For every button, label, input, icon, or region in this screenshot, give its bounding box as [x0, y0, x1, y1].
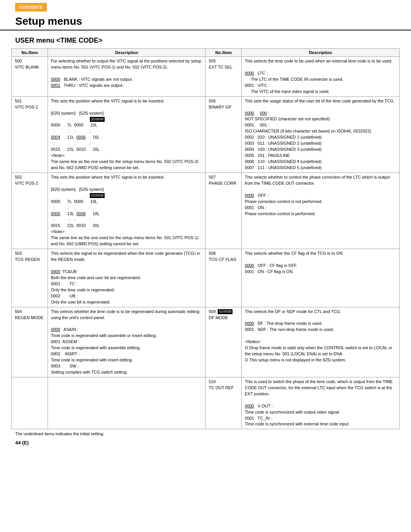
value-0001: 0001: [51, 83, 60, 88]
item-number: 501: [15, 98, 45, 104]
page-title: Setup menus: [0, 11, 411, 30]
item-501: 501 VITC POS-1: [12, 96, 48, 173]
col1-header: No./Item: [12, 49, 48, 57]
item-name: VITC POS-2: [15, 181, 45, 187]
value-0000: 0000: [245, 404, 254, 408]
col4-header: Description: [242, 49, 400, 57]
item-510: 510 TC OUT REF: [206, 377, 242, 429]
footer-note: The underlined items indicates the initi…: [0, 429, 411, 438]
contents-tab[interactable]: CONTENTS: [15, 3, 47, 11]
item-506: 506 BINARY GP: [206, 96, 242, 173]
item-number: 502: [15, 174, 45, 181]
value-0006: 0006: [51, 211, 60, 216]
table-row: 500 VITC BLANK For selecting whether to …: [12, 57, 400, 97]
item-name: VITC POS-1: [15, 104, 45, 110]
item-name: BINARY GP: [209, 104, 238, 110]
item-name: TCG CF FLAG: [209, 257, 238, 263]
desc-502: This sets the position where the VITC si…: [48, 173, 206, 249]
main-table: No./Item Description No./Item Descriptio…: [11, 48, 400, 429]
table-row: 502 VITC POS-2 This sets the position wh…: [12, 173, 400, 249]
value-0004: 0004: [51, 135, 60, 139]
value-0006: 0006: [76, 135, 86, 139]
item-number: 508: [209, 251, 238, 257]
table-row: 504 REGEN MODE This selects whether the …: [12, 307, 400, 377]
section-title: USER menu <TIME CODE>: [0, 34, 411, 48]
value-0000: 0000: [51, 269, 60, 274]
desc-501: This sets the position where the VITC si…: [48, 96, 206, 173]
item-name: PHASE CORR: [209, 181, 238, 187]
item-507: 507 PHASE CORR: [206, 173, 242, 249]
col3-header: No./Item: [206, 49, 242, 57]
value-0000: 0000: [51, 327, 60, 332]
item-508: 508 TCG CF FLAG: [206, 249, 242, 307]
item-500: 500 VITC BLANK: [12, 57, 48, 97]
item-503: 503 TCG REGEN: [12, 249, 48, 307]
value-0000: 0000: [51, 77, 60, 81]
item-name: TCG REGEN: [15, 257, 45, 263]
item-505: 505 EXT TC SEL: [206, 57, 242, 97]
desc-500: For selecting whether to output the VITC…: [48, 57, 206, 97]
desc-504: This selects whether the time code is to…: [48, 307, 206, 377]
desc-508: This selects whether the CF flag of the …: [242, 249, 400, 307]
desc-503: This selects the signal to be regenerate…: [48, 249, 206, 307]
main-table-container: No./Item Description No./Item Descriptio…: [0, 48, 411, 429]
value-0000: 0000: [245, 321, 254, 326]
item-name: VITC BLANK: [15, 64, 45, 70]
item-number: 505: [209, 58, 238, 64]
desc-empty: [48, 377, 206, 429]
item-509: 509 SD955B DF MODE: [206, 307, 242, 377]
ltc-desc: The LTC of the TIME CODE IN connector is…: [245, 77, 343, 81]
table-row: 510 TC OUT REF This is used to switch th…: [12, 377, 400, 429]
sd-badge-501: SD955B: [51, 117, 105, 121]
item-number: 507: [209, 174, 238, 181]
item-name: TC OUT REF: [209, 385, 238, 391]
value-0000: 0000: [245, 193, 254, 198]
table-row: 503 TCG REGEN This selects the signal to…: [12, 249, 400, 307]
item-name: EXT TC SEL: [209, 64, 238, 70]
desc-509: This selects the DF or NDF mode for CTL …: [242, 307, 400, 377]
vitc-desc: The VITC of the input video signal is us…: [245, 89, 330, 94]
sd-badge-509: SD955B: [218, 309, 233, 314]
col2-header: Description: [48, 49, 206, 57]
item-number: 500: [15, 58, 45, 64]
value-0000: 0000: [245, 71, 254, 75]
item-number: 506: [209, 98, 238, 104]
item-number: 503: [15, 251, 45, 257]
desc-506: This sets the usage status of the user b…: [242, 96, 400, 173]
item-number: 509 SD955B: [209, 309, 238, 315]
item-name: DF MODE: [209, 315, 238, 321]
desc-510: This is used to switch the phase of the …: [242, 377, 400, 429]
item-name: REGEN MODE: [15, 315, 45, 321]
value-0008: 0008: [76, 211, 86, 216]
contents-tab-container: CONTENTS: [0, 0, 411, 11]
value-0000: 0000: [245, 111, 254, 115]
sd-badge-502: SD955B: [51, 193, 105, 198]
value-0000: 0000: [245, 263, 254, 268]
item-504: 504 REGEN MODE: [12, 307, 48, 377]
page-number: 44 (E): [0, 438, 411, 449]
desc-505: This selects the time code to be used wh…: [242, 57, 400, 97]
item-number: 510: [209, 379, 238, 385]
table-row: 501 VITC POS-1 This sets the position wh…: [12, 96, 400, 173]
item-502: 502 VITC POS-2: [12, 173, 48, 249]
item-number: 504: [15, 309, 45, 315]
desc-507: This selects whether to control the phas…: [242, 173, 400, 249]
item-empty: [12, 377, 48, 429]
value-000: 000: [260, 111, 267, 115]
